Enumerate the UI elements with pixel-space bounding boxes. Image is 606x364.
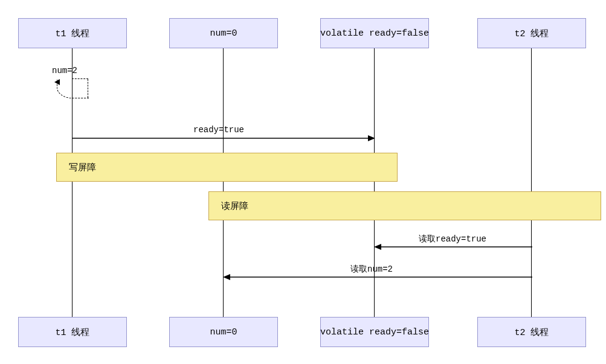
barrier-label: 读屏障 [221,200,248,212]
participant-label: num=0 [210,28,237,39]
svg-marker-1 [368,135,375,141]
arrow-read-num [223,273,532,281]
arrow-ready-true [72,134,375,142]
participant-label: t1 线程 [55,327,89,338]
participant-t1-bottom: t1 线程 [18,317,127,347]
participant-t2-top: t2 线程 [477,18,586,48]
participant-t2-bottom: t2 线程 [477,317,586,347]
self-loop-right [88,79,88,98]
sequence-diagram: t1 线程 num=0 volatile ready=false t2 线程 n… [0,0,606,364]
participant-num-bottom: num=0 [169,317,278,347]
participant-ready-top: volatile ready=false [320,18,429,48]
participant-label: t2 线程 [514,327,549,338]
self-loop-arc [57,80,89,98]
svg-marker-3 [374,244,381,250]
barrier-label: 写屏障 [69,162,96,173]
participant-num-top: num=0 [169,18,278,48]
self-loop-top [72,78,88,79]
arrow-read-ready [374,243,532,251]
participant-label: volatile ready=false [320,327,429,337]
svg-marker-5 [223,274,230,280]
participant-label: t2 线程 [514,28,549,39]
participant-label: volatile ready=false [320,28,429,39]
participant-label: t1 线程 [55,28,89,39]
write-barrier: 写屏障 [56,153,398,182]
participant-ready-bottom: volatile ready=false [320,317,429,347]
participant-t1-top: t1 线程 [18,18,127,48]
participant-label: num=0 [210,327,237,337]
message-self-num2-label: num=2 [52,66,77,75]
message-ready-true-label: ready=true [193,125,244,135]
read-barrier: 读屏障 [208,191,601,220]
